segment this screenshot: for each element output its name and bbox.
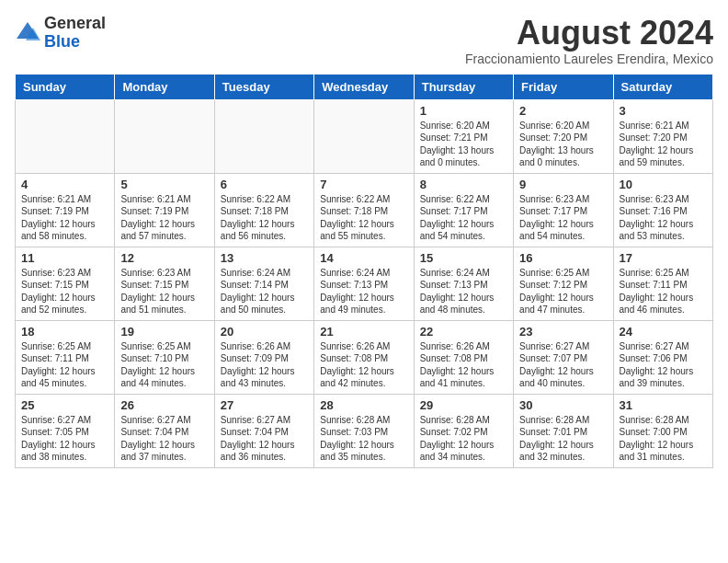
day-number: 8 bbox=[420, 178, 507, 191]
day-number: 9 bbox=[519, 178, 607, 191]
day-number: 6 bbox=[221, 178, 308, 191]
day-info: Sunrise: 6:22 AM Sunset: 7:18 PM Dayligh… bbox=[221, 193, 308, 243]
day-cell: 7Sunrise: 6:22 AM Sunset: 7:18 PM Daylig… bbox=[314, 173, 414, 247]
week-row-5: 25Sunrise: 6:27 AM Sunset: 7:05 PM Dayli… bbox=[16, 394, 713, 467]
day-number: 15 bbox=[420, 251, 507, 265]
day-number: 20 bbox=[221, 325, 308, 339]
day-cell: 31Sunrise: 6:28 AM Sunset: 7:00 PM Dayli… bbox=[613, 394, 712, 467]
day-number: 23 bbox=[519, 325, 607, 339]
day-number: 7 bbox=[320, 178, 407, 191]
day-number: 3 bbox=[620, 104, 707, 118]
day-info: Sunrise: 6:27 AM Sunset: 7:06 PM Dayligh… bbox=[620, 340, 707, 390]
day-info: Sunrise: 6:22 AM Sunset: 7:18 PM Dayligh… bbox=[320, 193, 407, 243]
day-cell: 2Sunrise: 6:20 AM Sunset: 7:20 PM Daylig… bbox=[514, 99, 613, 173]
day-number: 10 bbox=[620, 178, 707, 191]
day-number: 2 bbox=[519, 104, 607, 118]
day-number: 19 bbox=[120, 325, 208, 339]
day-info: Sunrise: 6:27 AM Sunset: 7:07 PM Dayligh… bbox=[519, 340, 607, 390]
day-info: Sunrise: 6:24 AM Sunset: 7:13 PM Dayligh… bbox=[320, 267, 407, 316]
day-number: 14 bbox=[320, 251, 407, 265]
weekday-header-row: SundayMondayTuesdayWednesdayThursdayFrid… bbox=[16, 74, 713, 99]
weekday-header-monday: Monday bbox=[115, 74, 214, 99]
day-cell: 24Sunrise: 6:27 AM Sunset: 7:06 PM Dayli… bbox=[613, 320, 712, 394]
day-number: 5 bbox=[120, 178, 208, 191]
day-cell: 12Sunrise: 6:23 AM Sunset: 7:15 PM Dayli… bbox=[115, 247, 214, 320]
day-info: Sunrise: 6:26 AM Sunset: 7:08 PM Dayligh… bbox=[320, 340, 407, 390]
day-number: 25 bbox=[21, 398, 108, 412]
day-cell: 21Sunrise: 6:26 AM Sunset: 7:08 PM Dayli… bbox=[314, 320, 414, 394]
day-info: Sunrise: 6:28 AM Sunset: 7:03 PM Dayligh… bbox=[320, 414, 407, 464]
weekday-header-thursday: Thursday bbox=[414, 74, 513, 99]
day-cell bbox=[115, 99, 214, 173]
day-number: 30 bbox=[519, 398, 607, 412]
day-cell: 29Sunrise: 6:28 AM Sunset: 7:02 PM Dayli… bbox=[414, 394, 513, 467]
day-info: Sunrise: 6:23 AM Sunset: 7:15 PM Dayligh… bbox=[21, 267, 108, 316]
day-info: Sunrise: 6:21 AM Sunset: 7:19 PM Dayligh… bbox=[21, 193, 108, 243]
day-number: 21 bbox=[320, 325, 407, 339]
day-cell: 3Sunrise: 6:21 AM Sunset: 7:20 PM Daylig… bbox=[613, 99, 712, 173]
weekday-header-saturday: Saturday bbox=[613, 74, 712, 99]
day-cell: 10Sunrise: 6:23 AM Sunset: 7:16 PM Dayli… bbox=[613, 173, 712, 247]
day-number: 22 bbox=[420, 325, 507, 339]
day-number: 4 bbox=[21, 178, 108, 191]
day-cell bbox=[314, 99, 414, 173]
day-info: Sunrise: 6:27 AM Sunset: 7:04 PM Dayligh… bbox=[120, 414, 208, 464]
day-info: Sunrise: 6:24 AM Sunset: 7:14 PM Dayligh… bbox=[221, 267, 308, 316]
calendar: SundayMondayTuesdayWednesdayThursdayFrid… bbox=[15, 74, 713, 468]
day-info: Sunrise: 6:27 AM Sunset: 7:04 PM Dayligh… bbox=[221, 414, 308, 464]
weekday-header-wednesday: Wednesday bbox=[314, 74, 414, 99]
day-cell: 9Sunrise: 6:23 AM Sunset: 7:17 PM Daylig… bbox=[514, 173, 613, 247]
day-info: Sunrise: 6:28 AM Sunset: 7:01 PM Dayligh… bbox=[519, 414, 607, 464]
day-cell: 27Sunrise: 6:27 AM Sunset: 7:04 PM Dayli… bbox=[214, 394, 313, 467]
day-number: 17 bbox=[620, 251, 707, 265]
day-info: Sunrise: 6:25 AM Sunset: 7:11 PM Dayligh… bbox=[21, 340, 108, 390]
weekday-header-friday: Friday bbox=[514, 74, 613, 99]
logo: General Blue bbox=[15, 15, 106, 52]
day-cell: 4Sunrise: 6:21 AM Sunset: 7:19 PM Daylig… bbox=[16, 173, 115, 247]
day-info: Sunrise: 6:23 AM Sunset: 7:15 PM Dayligh… bbox=[120, 267, 208, 316]
day-cell: 8Sunrise: 6:22 AM Sunset: 7:17 PM Daylig… bbox=[414, 173, 513, 247]
day-number: 28 bbox=[320, 398, 407, 412]
day-info: Sunrise: 6:22 AM Sunset: 7:17 PM Dayligh… bbox=[420, 193, 507, 243]
day-cell: 13Sunrise: 6:24 AM Sunset: 7:14 PM Dayli… bbox=[214, 247, 313, 320]
weekday-header-sunday: Sunday bbox=[16, 74, 115, 99]
day-cell: 11Sunrise: 6:23 AM Sunset: 7:15 PM Dayli… bbox=[16, 247, 115, 320]
day-number: 13 bbox=[221, 251, 308, 265]
day-info: Sunrise: 6:26 AM Sunset: 7:08 PM Dayligh… bbox=[420, 340, 507, 390]
day-number: 29 bbox=[420, 398, 507, 412]
day-cell: 14Sunrise: 6:24 AM Sunset: 7:13 PM Dayli… bbox=[314, 247, 414, 320]
week-row-2: 4Sunrise: 6:21 AM Sunset: 7:19 PM Daylig… bbox=[16, 173, 713, 247]
day-cell: 16Sunrise: 6:25 AM Sunset: 7:12 PM Dayli… bbox=[514, 247, 613, 320]
week-row-3: 11Sunrise: 6:23 AM Sunset: 7:15 PM Dayli… bbox=[16, 247, 713, 320]
logo-text: General Blue bbox=[44, 15, 106, 52]
day-cell bbox=[214, 99, 313, 173]
title-area: August 2024 Fraccionamiento Laureles Ere… bbox=[465, 15, 713, 66]
day-number: 16 bbox=[519, 251, 607, 265]
day-info: Sunrise: 6:23 AM Sunset: 7:16 PM Dayligh… bbox=[620, 193, 707, 243]
month-year: August 2024 bbox=[465, 15, 713, 52]
day-cell: 23Sunrise: 6:27 AM Sunset: 7:07 PM Dayli… bbox=[514, 320, 613, 394]
day-info: Sunrise: 6:20 AM Sunset: 7:21 PM Dayligh… bbox=[420, 120, 507, 169]
day-cell: 20Sunrise: 6:26 AM Sunset: 7:09 PM Dayli… bbox=[214, 320, 313, 394]
day-number: 11 bbox=[21, 251, 108, 265]
day-cell: 1Sunrise: 6:20 AM Sunset: 7:21 PM Daylig… bbox=[414, 99, 513, 173]
logo-icon bbox=[15, 20, 40, 46]
day-cell: 17Sunrise: 6:25 AM Sunset: 7:11 PM Dayli… bbox=[613, 247, 712, 320]
day-info: Sunrise: 6:27 AM Sunset: 7:05 PM Dayligh… bbox=[21, 414, 108, 464]
day-info: Sunrise: 6:26 AM Sunset: 7:09 PM Dayligh… bbox=[221, 340, 308, 390]
day-number: 12 bbox=[120, 251, 208, 265]
day-number: 24 bbox=[620, 325, 707, 339]
day-cell: 19Sunrise: 6:25 AM Sunset: 7:10 PM Dayli… bbox=[115, 320, 214, 394]
weekday-header-tuesday: Tuesday bbox=[214, 74, 313, 99]
day-cell bbox=[16, 99, 115, 173]
day-info: Sunrise: 6:21 AM Sunset: 7:20 PM Dayligh… bbox=[620, 120, 707, 169]
day-cell: 30Sunrise: 6:28 AM Sunset: 7:01 PM Dayli… bbox=[514, 394, 613, 467]
day-info: Sunrise: 6:28 AM Sunset: 7:00 PM Dayligh… bbox=[620, 414, 707, 464]
day-number: 18 bbox=[21, 325, 108, 339]
week-row-4: 18Sunrise: 6:25 AM Sunset: 7:11 PM Dayli… bbox=[16, 320, 713, 394]
day-info: Sunrise: 6:25 AM Sunset: 7:12 PM Dayligh… bbox=[519, 267, 607, 316]
day-cell: 6Sunrise: 6:22 AM Sunset: 7:18 PM Daylig… bbox=[214, 173, 313, 247]
day-cell: 22Sunrise: 6:26 AM Sunset: 7:08 PM Dayli… bbox=[414, 320, 513, 394]
day-number: 27 bbox=[221, 398, 308, 412]
day-info: Sunrise: 6:24 AM Sunset: 7:13 PM Dayligh… bbox=[420, 267, 507, 316]
